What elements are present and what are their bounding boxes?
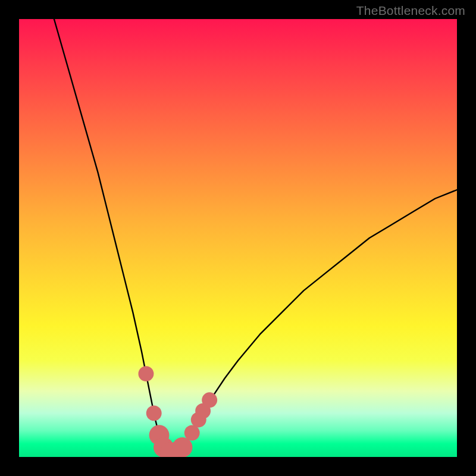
curve-dot [138, 366, 154, 381]
plot-area [19, 19, 457, 457]
watermark-text: TheBottleneck.com [356, 4, 465, 18]
curve-dots [138, 366, 217, 457]
chart-svg [19, 19, 457, 457]
chart-frame: TheBottleneck.com [0, 0, 476, 476]
curve-dot [184, 425, 200, 441]
curve-dot [146, 405, 162, 421]
curve-dot [202, 392, 217, 408]
curve-dot [173, 437, 193, 457]
bottleneck-curve [54, 19, 457, 454]
